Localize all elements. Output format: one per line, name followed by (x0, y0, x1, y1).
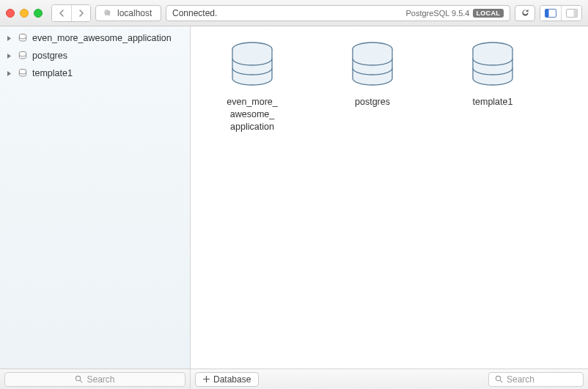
search-placeholder: Search (87, 374, 114, 385)
add-database-button[interactable]: Database (195, 372, 259, 387)
main-search-input[interactable]: Search (488, 372, 584, 387)
main-footer: Database Search (191, 368, 588, 389)
svg-rect-4 (573, 9, 577, 17)
tree-item[interactable]: even_more_awesome_application (0, 29, 190, 47)
disclosure-triangle-icon[interactable] (6, 35, 13, 42)
database-icon (227, 41, 277, 89)
view-mode-toggle (540, 5, 582, 21)
local-badge: LOCAL (473, 9, 504, 18)
database-item[interactable]: even_more_ awesome_ application (201, 41, 304, 133)
plus-icon (203, 376, 210, 382)
database-label: even_more_ awesome_ application (227, 96, 278, 133)
database-icon (18, 68, 28, 78)
toolbar: localhost Connected. PostgreSQL 9.5.4 LO… (0, 0, 588, 26)
host-label: localhost (117, 8, 152, 18)
database-tree: even_more_awesome_application postgres t… (0, 26, 190, 368)
sidebar-search-input[interactable]: Search (4, 372, 185, 387)
status-bar: Connected. PostgreSQL 9.5.4 LOCAL (166, 5, 510, 21)
nav-back-forward (51, 4, 91, 22)
host-field[interactable]: localhost (95, 5, 161, 21)
database-icon (18, 33, 28, 43)
svg-point-0 (106, 11, 106, 12)
tree-item-label: postgres (32, 51, 67, 61)
content-area: even_more_awesome_application postgres t… (0, 26, 588, 389)
view-sidebar-button[interactable] (540, 6, 561, 21)
sidebar: even_more_awesome_application postgres t… (0, 26, 191, 389)
add-database-label: Database (213, 374, 251, 385)
nav-forward-button[interactable] (71, 5, 90, 21)
database-label: template1 (473, 96, 513, 108)
window-traffic-lights (6, 9, 43, 18)
database-label: postgres (355, 96, 390, 108)
search-placeholder: Search (507, 374, 534, 385)
svg-rect-2 (545, 9, 549, 17)
tree-item-label: template1 (32, 68, 73, 78)
zoom-window-button[interactable] (34, 9, 43, 18)
minimize-window-button[interactable] (20, 9, 29, 18)
nav-back-button[interactable] (52, 5, 71, 21)
search-icon (495, 375, 503, 383)
database-item[interactable]: postgres (321, 41, 424, 108)
database-icon (468, 41, 518, 89)
refresh-button[interactable] (515, 5, 535, 21)
sidebar-footer: Search (0, 368, 190, 389)
svg-point-8 (76, 376, 81, 380)
database-icon (18, 51, 28, 61)
tree-item[interactable]: postgres (0, 47, 190, 64)
view-content-button[interactable] (561, 6, 581, 21)
close-window-button[interactable] (6, 9, 15, 18)
tree-item-label: even_more_awesome_application (32, 33, 172, 43)
connection-status: Connected. (172, 8, 217, 18)
svg-line-9 (81, 380, 83, 382)
database-grid: even_more_ awesome_ application postgres (191, 26, 588, 368)
svg-line-14 (500, 380, 502, 382)
tree-item[interactable]: template1 (0, 64, 190, 82)
disclosure-triangle-icon[interactable] (6, 53, 13, 59)
server-version: PostgreSQL 9.5.4 (405, 9, 469, 18)
search-icon (75, 375, 83, 383)
svg-point-13 (496, 376, 500, 380)
database-icon (348, 41, 397, 89)
database-item[interactable]: template1 (441, 41, 544, 108)
main-panel: even_more_ awesome_ application postgres (191, 26, 588, 389)
elephant-icon (102, 8, 113, 18)
disclosure-triangle-icon[interactable] (6, 70, 13, 77)
